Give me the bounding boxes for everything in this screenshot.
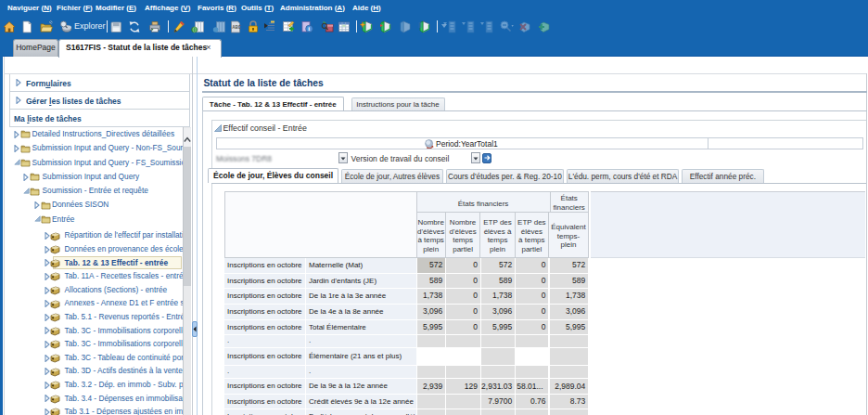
svg-text:ABC: ABC bbox=[232, 25, 241, 30]
svg-text:i: i bbox=[308, 25, 310, 32]
